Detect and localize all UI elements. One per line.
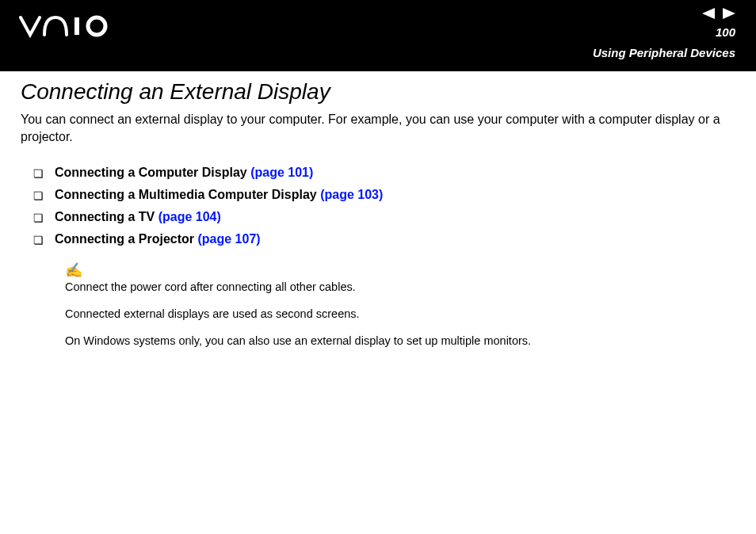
vaio-logo <box>19 14 114 41</box>
note-text: Connected external displays are used as … <box>65 307 735 322</box>
note-block: ✍ Connect the power cord after connectin… <box>65 261 735 349</box>
toc-link[interactable]: (page 101) <box>250 166 313 179</box>
svg-rect-0 <box>74 17 79 35</box>
page-content: Connecting an External Display You can c… <box>0 71 756 349</box>
bullet-icon: ❏ <box>33 168 44 179</box>
toc-item: ❏ Connecting a Computer Display (page 10… <box>21 166 735 180</box>
toc-link[interactable]: (page 104) <box>158 210 221 223</box>
bullet-icon: ❏ <box>33 235 44 246</box>
toc-item: ❏ Connecting a Projector (page 107) <box>21 232 735 246</box>
toc-link[interactable]: (page 107) <box>197 232 260 246</box>
nav-prev-icon[interactable] <box>702 8 715 19</box>
intro-paragraph: You can connect an external display to y… <box>21 111 735 145</box>
note-text: On Windows systems only, you can also us… <box>65 334 735 349</box>
bullet-icon: ❏ <box>33 190 44 201</box>
toc-label: Connecting a Multimedia Computer Display <box>55 188 317 201</box>
bullet-icon: ❏ <box>33 212 44 223</box>
svg-point-1 <box>88 17 105 35</box>
toc-item: ❏ Connecting a TV (page 104) <box>21 210 735 224</box>
toc-item: ❏ Connecting a Multimedia Computer Displ… <box>21 188 735 202</box>
page-number: 100 <box>716 25 735 39</box>
note-pencil-icon: ✍ <box>65 261 735 280</box>
page-title: Connecting an External Display <box>21 79 735 105</box>
note-text: Connect the power cord after connecting … <box>65 280 735 296</box>
nav-next-icon[interactable] <box>723 8 735 19</box>
toc-label: Connecting a TV <box>55 210 155 223</box>
svg-marker-3 <box>723 8 735 19</box>
toc-list: ❏ Connecting a Computer Display (page 10… <box>21 166 735 246</box>
section-title: Using Peripheral Devices <box>593 46 735 59</box>
svg-marker-2 <box>702 8 715 19</box>
toc-label: Connecting a Computer Display <box>55 166 247 179</box>
header-bar: 100 Using Peripheral Devices <box>0 0 756 71</box>
toc-link[interactable]: (page 103) <box>320 188 383 201</box>
toc-label: Connecting a Projector <box>55 232 194 246</box>
